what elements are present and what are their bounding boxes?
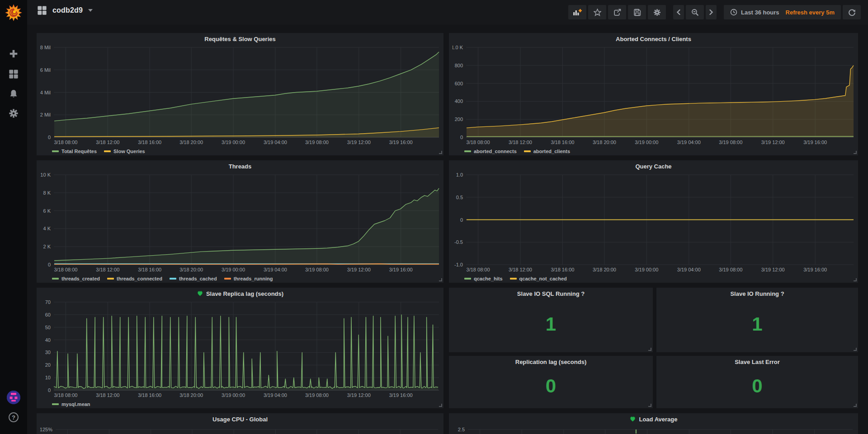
legend-series-label: aborted_connects: [474, 149, 517, 154]
svg-text:3/19 04:00: 3/19 04:00: [677, 267, 701, 272]
panel-slave-io-running: Slave IO Running ? 1: [656, 288, 858, 352]
svg-text:3/19 16:00: 3/19 16:00: [803, 140, 827, 145]
legend-item[interactable]: mysql.mean: [52, 401, 90, 407]
svg-text:3/19 04:00: 3/19 04:00: [264, 267, 287, 272]
dashboard-settings-button[interactable]: [648, 5, 666, 19]
svg-text:3/19 08:00: 3/19 08:00: [305, 140, 329, 145]
panel-title[interactable]: Usage CPU - Global: [37, 413, 443, 425]
grafana-logo[interactable]: [5, 4, 23, 22]
legend-series-label: qcache_not_cached: [519, 276, 567, 281]
resize-handle[interactable]: [854, 348, 857, 351]
dashboard-picker[interactable]: codb2d9: [37, 5, 93, 15]
panel-title[interactable]: Slave IO Running ?: [656, 288, 858, 299]
legend-series-color: [107, 278, 114, 280]
panel-title[interactable]: Slave Last Error: [656, 356, 858, 368]
legend-item[interactable]: qcache_not_cached: [510, 276, 567, 281]
svg-text:8 Mil: 8 Mil: [40, 45, 51, 50]
resize-handle[interactable]: [439, 404, 442, 407]
svg-text:3/18 20:00: 3/18 20:00: [179, 392, 203, 398]
legend: qcache_hitsqcache_not_cached: [464, 276, 567, 281]
resize-handle[interactable]: [854, 278, 857, 281]
legend-item[interactable]: aborted_clients: [524, 149, 570, 154]
svg-text:8 K: 8 K: [43, 190, 51, 196]
legend-item[interactable]: Slow Queries: [104, 149, 145, 154]
legend-item[interactable]: Total Requêtes: [52, 149, 97, 154]
legend-series-color: [170, 278, 176, 280]
legend-item[interactable]: aborted_connects: [464, 149, 517, 154]
legend-item[interactable]: qcache_hits: [464, 276, 503, 281]
panel-title[interactable]: Load Average: [449, 413, 858, 425]
legend-item[interactable]: threads_cached: [170, 276, 217, 281]
zoom-out-button[interactable]: [686, 5, 704, 19]
panel-title[interactable]: Query Cache: [449, 160, 858, 172]
panel-title[interactable]: Requêtes & Slow Queries: [37, 33, 443, 45]
panel-title[interactable]: Replication lag (seconds): [449, 356, 653, 368]
time-back-button[interactable]: [673, 5, 684, 19]
zoom-out-icon: [691, 9, 699, 16]
configuration-gear-icon[interactable]: [0, 104, 27, 122]
svg-text:3/18 12:00: 3/18 12:00: [96, 392, 119, 398]
dashboards-grid-icon[interactable]: [0, 65, 27, 83]
svg-text:3/19 16:00: 3/19 16:00: [389, 267, 413, 272]
star-button[interactable]: [588, 5, 606, 19]
svg-text:3/19 16:00: 3/19 16:00: [389, 392, 413, 398]
svg-text:200: 200: [455, 117, 463, 122]
panel-usage-cpu-global: Usage CPU - Global 125%: [37, 413, 443, 434]
share-button[interactable]: [608, 5, 626, 19]
panel-threads: Threads 10 K8 K6 K4 K2 K03/18 08:003/18 …: [37, 160, 443, 283]
panel-title[interactable]: Threads: [37, 160, 443, 172]
resize-handle[interactable]: [854, 404, 857, 407]
aborted-connects-clients-plot[interactable]: 1.0 K80060040020003/18 08:003/18 12:003/…: [453, 45, 855, 145]
legend-item[interactable]: threads_connected: [107, 276, 162, 281]
panel-title[interactable]: Slave Replica lag (seconds): [37, 288, 443, 299]
stat-value: 0: [656, 368, 858, 405]
legend: mysql.mean: [52, 401, 90, 407]
svg-text:3/19 16:00: 3/19 16:00: [389, 140, 413, 145]
svg-text:-1.0: -1.0: [454, 262, 463, 267]
svg-text:3/18 12:00: 3/18 12:00: [96, 267, 119, 272]
svg-text:600: 600: [455, 81, 463, 86]
time-forward-button[interactable]: [706, 5, 717, 19]
query-cache-plot[interactable]: 1.00.50-0.5-1.03/18 08:003/18 12:003/18 …: [453, 172, 855, 273]
requetes-slow-queries-plot[interactable]: 8 Mil6 Mil4 Mil2 Mil03/18 08:003/18 12:0…: [40, 45, 441, 145]
svg-text:3/19 12:00: 3/19 12:00: [347, 392, 371, 398]
legend: threads_createdthreads_connectedthreads_…: [52, 276, 273, 281]
svg-text:2 K: 2 K: [43, 244, 51, 249]
svg-text:3/19 08:00: 3/19 08:00: [305, 267, 329, 272]
slave-replica-lag-plot[interactable]: 7060504030201003/18 08:003/18 12:003/18 …: [40, 299, 441, 398]
panel-title[interactable]: Aborted Connects / Clients: [449, 33, 858, 45]
add-panel-button[interactable]: [568, 5, 586, 19]
resize-handle[interactable]: [648, 404, 651, 407]
legend-series-color: [510, 278, 517, 280]
legend-series-label: threads_connected: [117, 276, 162, 281]
panel-title[interactable]: Slave IO SQL Running ?: [449, 288, 653, 299]
svg-text:3/18 20:00: 3/18 20:00: [593, 140, 616, 145]
time-picker[interactable]: Last 36 hours Refresh every 5m: [724, 5, 841, 19]
svg-text:3/19 00:00: 3/19 00:00: [222, 140, 245, 145]
svg-text:400: 400: [455, 98, 463, 104]
refresh-button[interactable]: [843, 5, 861, 19]
usage-cpu-global-plot[interactable]: 125%: [40, 425, 441, 434]
panel-replication-lag: Replication lag (seconds) 0: [449, 356, 653, 408]
svg-text:3/19 08:00: 3/19 08:00: [719, 267, 742, 272]
resize-handle[interactable]: [439, 278, 442, 281]
refresh-icon: [848, 9, 856, 16]
svg-text:0: 0: [460, 135, 463, 140]
threads-plot[interactable]: 10 K8 K6 K4 K2 K03/18 08:003/18 12:003/1…: [40, 172, 441, 273]
alerting-bell-icon[interactable]: [0, 85, 27, 103]
alert-ok-heart-icon: [197, 290, 203, 297]
resize-handle[interactable]: [854, 151, 857, 154]
svg-text:3/18 08:00: 3/18 08:00: [467, 267, 490, 272]
load-average-plot[interactable]: 2.5: [453, 425, 855, 434]
alert-ok-heart-icon: [629, 416, 636, 422]
save-button[interactable]: [628, 5, 646, 19]
legend-item[interactable]: threads_created: [52, 276, 100, 281]
user-avatar[interactable]: [7, 391, 20, 404]
resize-handle[interactable]: [439, 151, 442, 154]
clock-icon: [730, 9, 737, 16]
help-icon[interactable]: ?: [9, 412, 19, 422]
create-plus-icon[interactable]: [0, 45, 27, 63]
svg-text:70: 70: [45, 299, 51, 305]
resize-handle[interactable]: [648, 348, 651, 351]
legend-item[interactable]: threads_running: [224, 276, 273, 281]
